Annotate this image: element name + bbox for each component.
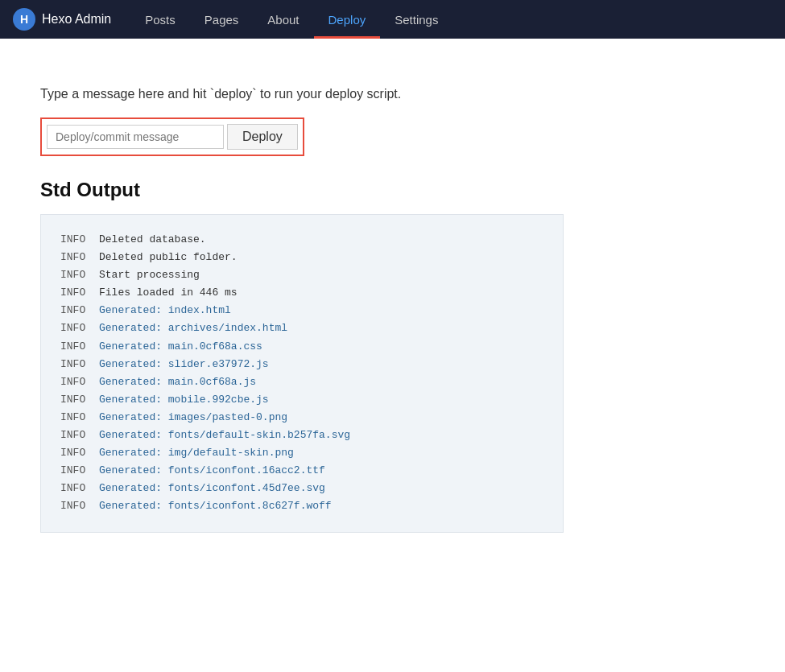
nav-logo[interactable]: H Hexo Admin xyxy=(13,8,111,31)
log-line: INFOGenerated: main.0cf68a.css xyxy=(60,338,543,356)
log-level: INFO xyxy=(60,302,89,320)
log-level: INFO xyxy=(60,249,89,266)
nav-item-pages[interactable]: Pages xyxy=(190,0,254,39)
log-line: INFODeleted public folder. xyxy=(60,249,543,266)
log-line: INFOFiles loaded in 446 ms xyxy=(60,284,543,302)
log-message: Generated: img/default-skin.png xyxy=(99,444,294,462)
log-line: INFOGenerated: index.html xyxy=(60,302,543,320)
log-message: Generated: slider.e37972.js xyxy=(99,356,269,373)
log-level: INFO xyxy=(60,462,89,480)
log-message: Generated: fonts/iconfont.8c627f.woff xyxy=(99,497,332,515)
log-message: Start processing xyxy=(99,266,200,284)
log-line: INFOStart processing xyxy=(60,266,543,284)
log-line: INFODeleted database. xyxy=(60,231,543,249)
nav-items: Posts Pages About Deploy Settings xyxy=(130,0,452,39)
log-message: Deleted database. xyxy=(99,231,206,249)
log-message: Generated: archives/index.html xyxy=(99,320,287,337)
log-level: INFO xyxy=(60,497,89,515)
log-line: INFOGenerated: fonts/iconfont.16acc2.ttf xyxy=(60,462,543,480)
navbar: H Hexo Admin Posts Pages About Deploy Se… xyxy=(0,0,785,39)
log-level: INFO xyxy=(60,427,89,444)
log-level: INFO xyxy=(60,373,89,391)
std-output-title: Std Output xyxy=(40,179,745,201)
log-level: INFO xyxy=(60,284,89,302)
log-message: Deleted public folder. xyxy=(99,249,238,266)
log-level: INFO xyxy=(60,338,89,356)
log-line: INFOGenerated: main.0cf68a.js xyxy=(60,373,543,391)
deploy-form: Deploy xyxy=(40,117,304,156)
deploy-button[interactable]: Deploy xyxy=(227,124,298,150)
nav-item-settings[interactable]: Settings xyxy=(380,0,452,39)
deploy-description: Type a message here and hit `deploy` to … xyxy=(40,87,745,101)
log-level: INFO xyxy=(60,480,89,497)
log-message: Generated: main.0cf68a.css xyxy=(99,338,262,356)
logo-text: Hexo Admin xyxy=(42,12,111,27)
log-line: INFOGenerated: images/pasted-0.png xyxy=(60,409,543,427)
log-message: Files loaded in 446 ms xyxy=(99,284,238,302)
deploy-message-input[interactable] xyxy=(47,125,224,149)
log-message: Generated: fonts/iconfont.16acc2.ttf xyxy=(99,462,325,480)
log-message: Generated: main.0cf68a.js xyxy=(99,373,256,391)
log-level: INFO xyxy=(60,409,89,427)
log-level: INFO xyxy=(60,391,89,409)
nav-item-about[interactable]: About xyxy=(253,0,313,39)
log-message: Generated: mobile.992cbe.js xyxy=(99,391,269,409)
log-level: INFO xyxy=(60,320,89,337)
log-message: Generated: fonts/default-skin.b257fa.svg xyxy=(99,427,350,444)
log-message: Generated: images/pasted-0.png xyxy=(99,409,287,427)
nav-item-posts[interactable]: Posts xyxy=(130,0,190,39)
log-message: Generated: index.html xyxy=(99,302,231,320)
log-line: INFOGenerated: fonts/iconfont.8c627f.wof… xyxy=(60,497,543,515)
log-line: INFOGenerated: fonts/default-skin.b257fa… xyxy=(60,427,543,444)
log-line: INFOGenerated: img/default-skin.png xyxy=(60,444,543,462)
log-message: Generated: fonts/iconfont.45d7ee.svg xyxy=(99,480,325,497)
log-line: INFOGenerated: mobile.992cbe.js xyxy=(60,391,543,409)
log-level: INFO xyxy=(60,231,89,249)
log-line: INFOGenerated: archives/index.html xyxy=(60,320,543,337)
log-line: INFOGenerated: slider.e37972.js xyxy=(60,356,543,373)
output-box: INFODeleted database.INFODeleted public … xyxy=(40,214,564,533)
log-level: INFO xyxy=(60,266,89,284)
nav-item-deploy[interactable]: Deploy xyxy=(314,0,381,39)
log-level: INFO xyxy=(60,356,89,373)
main-content: Type a message here and hit `deploy` to … xyxy=(0,39,785,565)
logo-icon: H xyxy=(13,8,35,31)
log-line: INFOGenerated: fonts/iconfont.45d7ee.svg xyxy=(60,480,543,497)
log-level: INFO xyxy=(60,444,89,462)
